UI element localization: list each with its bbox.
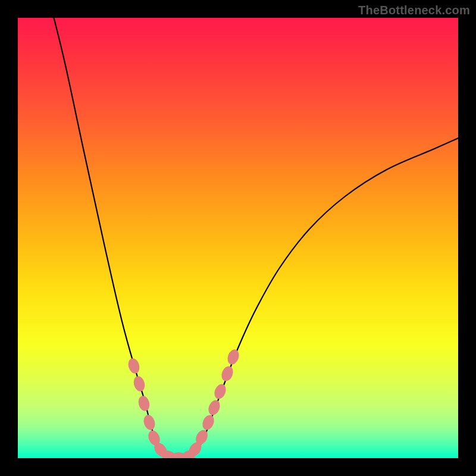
plot-area bbox=[18, 18, 458, 458]
bottleneck-curve bbox=[52, 18, 458, 458]
marker-dot bbox=[212, 383, 228, 401]
bottleneck-curve-path bbox=[52, 18, 458, 458]
marker-group bbox=[127, 348, 241, 458]
marker-dot bbox=[201, 414, 217, 432]
marker-dot bbox=[127, 357, 142, 375]
marker-dot bbox=[226, 348, 241, 367]
marker-dot bbox=[137, 394, 151, 412]
marker-dot bbox=[142, 414, 157, 431]
curve-layer bbox=[18, 18, 458, 458]
marker-dot bbox=[220, 365, 235, 383]
chart-frame: TheBottleneck.com bbox=[0, 0, 476, 476]
watermark-text: TheBottleneck.com bbox=[358, 4, 470, 17]
marker-dot bbox=[206, 399, 222, 417]
marker-dot bbox=[132, 375, 146, 393]
